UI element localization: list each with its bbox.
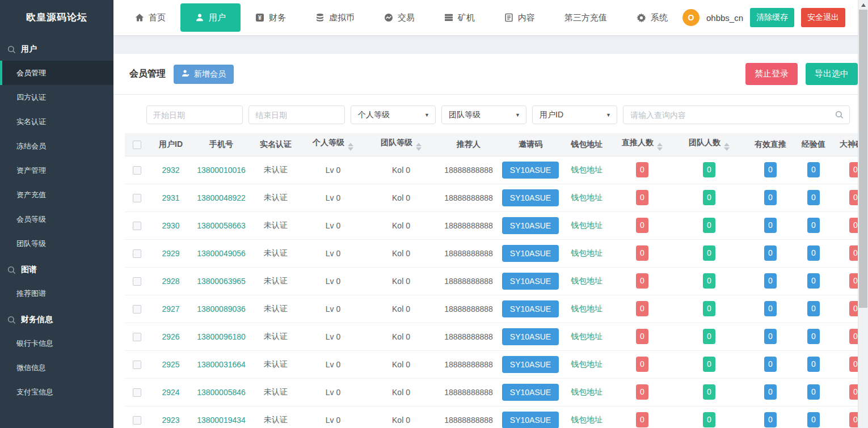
end-date-input[interactable] (248, 105, 345, 124)
invite-code-button[interactable]: SY10ASUE (502, 217, 559, 234)
invite-code-button[interactable]: SY10ASUE (502, 162, 559, 179)
user-id-link[interactable]: 2923 (162, 416, 179, 425)
invite-code-button[interactable]: SY10ASUE (502, 300, 559, 317)
row-checkbox[interactable] (133, 416, 141, 425)
sidebar-item[interactable]: 资产充值 (0, 183, 113, 207)
invite-code-button[interactable]: SY10ASUE (502, 384, 559, 401)
phone-link[interactable]: 13800096180 (197, 332, 246, 341)
row-checkbox[interactable] (133, 194, 141, 202)
col-team_count[interactable]: 团队人数 (673, 133, 745, 156)
user-id-link[interactable]: 2929 (162, 249, 179, 258)
cell-real_name: 未认证 (250, 156, 302, 184)
nav-item-finance[interactable]: ¥财务 (241, 0, 301, 35)
real-name-text: 未认证 (264, 415, 288, 424)
invite-code-button[interactable]: SY10ASUE (502, 273, 559, 290)
nav-item-users[interactable]: 用户 (180, 3, 241, 32)
sidebar-item[interactable]: 四方认证 (0, 85, 113, 109)
wallet-link[interactable]: 钱包地址 (571, 359, 602, 368)
phone-link[interactable]: 13800031664 (197, 360, 246, 369)
scrollbar-up-arrow[interactable] (858, 0, 868, 10)
row-checkbox[interactable] (133, 361, 141, 369)
sort-icons[interactable] (724, 143, 730, 151)
wallet-link[interactable]: 钱包地址 (571, 332, 602, 341)
phone-link[interactable]: 13800048922 (197, 193, 246, 202)
export-selected-button[interactable]: 导出选中 (806, 63, 858, 85)
start-date-input[interactable] (146, 105, 243, 124)
query-field-select[interactable]: 用户ID ▼ (532, 105, 617, 124)
phone-link[interactable]: 13800049056 (197, 249, 246, 258)
wallet-link[interactable]: 钱包地址 (571, 193, 602, 202)
invite-code-button[interactable]: SY10ASUE (502, 189, 559, 206)
user-id-link[interactable]: 2930 (162, 221, 179, 230)
row-checkbox[interactable] (133, 333, 141, 341)
user-id-link[interactable]: 2926 (162, 332, 179, 341)
row-checkbox[interactable] (133, 166, 141, 175)
invite-code-button[interactable]: SY10ASUE (502, 412, 559, 428)
personal-level-select[interactable]: 个人等级 ▼ (351, 105, 436, 124)
avatar[interactable]: O (682, 9, 700, 26)
col-personal_level[interactable]: 个人等级 (302, 133, 364, 156)
wallet-link[interactable]: 钱包地址 (571, 221, 602, 230)
select-all-checkbox[interactable] (133, 141, 141, 149)
wallet-link[interactable]: 钱包地址 (571, 387, 602, 396)
logout-button[interactable]: 安全退出 (801, 8, 845, 27)
team-level-select[interactable]: 团队等级 ▼ (441, 105, 526, 124)
invite-code-button[interactable]: SY10ASUE (502, 245, 559, 262)
user-id-link[interactable]: 2924 (162, 388, 179, 397)
user-id-link[interactable]: 2928 (162, 277, 179, 286)
wallet-link[interactable]: 钱包地址 (571, 165, 602, 174)
sidebar-item[interactable]: 冻结会员 (0, 134, 113, 158)
user-id-link[interactable]: 2931 (162, 193, 179, 202)
sidebar-item[interactable]: 银行卡信息 (0, 331, 113, 355)
row-checkbox[interactable] (133, 388, 141, 397)
sort-icons[interactable] (416, 143, 422, 151)
col-direct_count[interactable]: 直推人数 (612, 133, 673, 156)
nav-item-home[interactable]: 首页 (120, 0, 180, 35)
invite-code-button[interactable]: SY10ASUE (502, 356, 559, 373)
search-input[interactable] (623, 105, 850, 124)
sidebar-section: 用户会员管理四方认证实名认证冻结会员资产管理资产充值会员等级团队等级 (0, 37, 113, 256)
row-checkbox[interactable] (133, 249, 141, 258)
nav-item-content[interactable]: 内容 (490, 0, 550, 35)
sidebar-item[interactable]: 资产管理 (0, 158, 113, 183)
nav-item-crypto[interactable]: 虚拟币 (301, 0, 369, 35)
row-checkbox[interactable] (133, 277, 141, 286)
nav-item-miner[interactable]: 矿机 (429, 0, 490, 35)
wallet-link[interactable]: 钱包地址 (571, 248, 602, 257)
row-checkbox[interactable] (133, 305, 141, 313)
wallet-link[interactable]: 钱包地址 (571, 304, 602, 313)
phone-link[interactable]: 13800089036 (197, 304, 246, 313)
sidebar-item[interactable]: 团队等级 (0, 231, 113, 256)
sidebar-item[interactable]: 推荐图谱 (0, 281, 113, 306)
invite-code-button[interactable]: SY10ASUE (502, 328, 559, 345)
phone-link[interactable]: 13800019434 (197, 416, 246, 425)
nav-item-system[interactable]: 系统 (622, 0, 682, 35)
user-id-link[interactable]: 2927 (162, 304, 179, 313)
user-id-link[interactable]: 2925 (162, 360, 179, 369)
sort-icons[interactable] (348, 143, 353, 151)
search-icon[interactable] (835, 111, 844, 119)
sidebar-item[interactable]: 会员等级 (0, 207, 113, 231)
add-member-button[interactable]: 新增会员 (174, 65, 234, 84)
wallet-link[interactable]: 钱包地址 (571, 415, 602, 424)
scrollbar-thumb[interactable] (859, 10, 867, 308)
username[interactable]: ohbbs_cn (706, 13, 743, 23)
clear-cache-button[interactable]: 清除缓存 (750, 8, 794, 27)
phone-link[interactable]: 13800010016 (197, 166, 246, 175)
user-id-link[interactable]: 2932 (162, 166, 179, 175)
phone-link[interactable]: 13800063965 (197, 277, 246, 286)
nav-item-third-party-recharge[interactable]: 第三方充值 (550, 0, 622, 35)
sidebar-item[interactable]: 支付宝信息 (0, 380, 113, 404)
wallet-link[interactable]: 钱包地址 (571, 276, 602, 285)
row-checkbox[interactable] (133, 222, 141, 230)
vertical-scrollbar[interactable] (858, 0, 868, 428)
col-team_level[interactable]: 团队等级 (364, 133, 438, 156)
sidebar-item[interactable]: 实名认证 (0, 109, 113, 134)
phone-link[interactable]: 13800058663 (197, 221, 246, 230)
nav-item-trade[interactable]: 交易 (369, 0, 429, 35)
ban-login-button[interactable]: 禁止登录 (745, 63, 798, 85)
phone-link[interactable]: 13800005846 (197, 388, 246, 397)
sort-icons[interactable] (657, 143, 663, 151)
sidebar-item[interactable]: 微信信息 (0, 355, 113, 380)
sidebar-item[interactable]: 会员管理 (0, 61, 113, 85)
